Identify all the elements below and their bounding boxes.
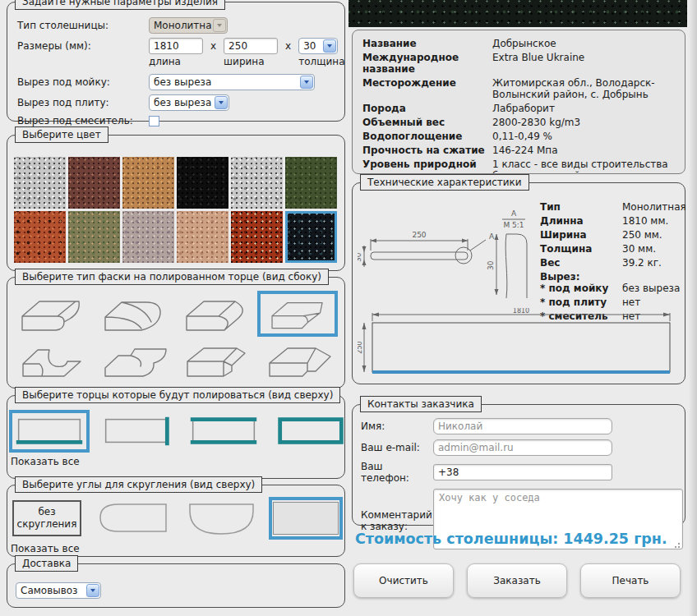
tech-value: без выреза bbox=[622, 283, 686, 294]
tech-label: Длинна bbox=[540, 215, 619, 227]
color-swatch-selected[interactable] bbox=[285, 211, 337, 263]
stone-info-panel: Название Добрынское Международное назван… bbox=[352, 30, 685, 174]
plan-width-dim: 250 bbox=[358, 341, 363, 353]
no-rounding-box: без скругления bbox=[12, 500, 81, 536]
width-caption: ширина bbox=[224, 56, 278, 67]
color-swatch[interactable] bbox=[68, 211, 120, 263]
detail-mark: A bbox=[489, 232, 495, 241]
countertop-configurator-page: Задайте нужные параметры изделия Тип сто… bbox=[0, 0, 697, 616]
mixer-cutout-label: Вырез под смеситель: bbox=[17, 115, 149, 126]
bevel-option-wide-chamfer[interactable] bbox=[257, 337, 338, 383]
tech-value: Монолитная bbox=[622, 201, 686, 213]
tech-label: Ширина bbox=[540, 229, 619, 241]
edges-option-all-sides[interactable] bbox=[270, 410, 351, 453]
color-swatch[interactable] bbox=[285, 157, 337, 209]
chevron-down-icon bbox=[323, 39, 336, 53]
full-bullnose-icon bbox=[179, 292, 252, 335]
tech-label: Вес bbox=[540, 257, 619, 269]
tech-value: нет bbox=[622, 297, 686, 308]
bevel-option-full-bullnose[interactable] bbox=[175, 291, 256, 337]
detail-scale: M 5:1 bbox=[503, 221, 524, 229]
bevel-option-rounded-edge[interactable] bbox=[11, 291, 91, 337]
tech-label: * под плиту bbox=[540, 297, 619, 308]
cove-icon bbox=[15, 338, 87, 381]
color-swatch[interactable] bbox=[122, 157, 174, 209]
stone-info-label: Уровень природной радиации bbox=[362, 159, 487, 174]
corner-option-rounded-bottom[interactable] bbox=[180, 497, 262, 540]
comment-label: Комментарий к заказу: bbox=[361, 509, 430, 532]
rounded-bottom-corners-icon bbox=[183, 499, 259, 537]
countertop-type-select[interactable]: Монолитная bbox=[149, 17, 228, 34]
polish-top-bottom-icon bbox=[187, 414, 261, 448]
times-sign: x bbox=[210, 40, 216, 52]
bevel-option-chamfer-selected[interactable] bbox=[257, 291, 338, 337]
corner-option-rounded-left[interactable] bbox=[91, 497, 173, 540]
price-label: Стоимость столешницы: bbox=[355, 531, 558, 547]
edges-option-bottom-selected[interactable] bbox=[9, 410, 90, 453]
chevron-down-icon bbox=[300, 76, 313, 89]
stone-photo bbox=[348, 0, 687, 27]
corners-fieldset: Выберите углы для скругления (вид сверху… bbox=[7, 485, 345, 557]
length-input[interactable] bbox=[149, 38, 203, 54]
corner-option-straight-selected[interactable] bbox=[269, 497, 343, 540]
stove-cutout-select[interactable]: без выреза bbox=[149, 94, 229, 111]
order-button[interactable]: Заказать bbox=[467, 563, 567, 598]
stone-info-value: 0,11-0,49 % bbox=[492, 131, 675, 142]
chevron-down-icon bbox=[86, 584, 99, 597]
delivery-select[interactable]: Самовывоз bbox=[16, 582, 101, 599]
mixer-cutout-checkbox[interactable] bbox=[149, 116, 159, 126]
width-input[interactable] bbox=[224, 38, 278, 54]
action-buttons: Очистить Заказать Печать bbox=[353, 563, 681, 598]
thickness-select[interactable]: 30 bbox=[298, 38, 338, 54]
email-input[interactable] bbox=[433, 439, 612, 456]
stone-info-value: Лабраборит bbox=[492, 103, 675, 114]
tech-value: 30 мм. bbox=[622, 243, 686, 255]
edges-option-top-bottom[interactable] bbox=[183, 410, 264, 453]
color-swatch[interactable] bbox=[14, 157, 66, 209]
color-swatch[interactable] bbox=[122, 211, 174, 263]
tech-value: 39.2 кг. bbox=[622, 257, 686, 269]
name-input[interactable] bbox=[433, 418, 612, 434]
stone-info-label: Месторождение bbox=[362, 77, 487, 100]
corners-show-all-link[interactable]: Показать все bbox=[11, 543, 343, 554]
tech-label: Толщина bbox=[540, 243, 619, 255]
bevel-option-cove[interactable] bbox=[11, 337, 91, 383]
stone-info-label: Название bbox=[362, 38, 487, 49]
edges-show-all-link[interactable]: Показать все bbox=[11, 456, 343, 467]
size-label: Размеры (мм): bbox=[17, 40, 149, 52]
length-caption: длина bbox=[149, 56, 203, 67]
params-fieldset: Задайте нужные параметры изделия Тип сто… bbox=[7, 2, 345, 122]
times-sign: x bbox=[285, 40, 291, 52]
color-fieldset: Выберите цвет bbox=[7, 135, 345, 271]
print-button[interactable]: Печать bbox=[580, 563, 681, 598]
section-width-dim: 250 bbox=[412, 231, 426, 239]
color-swatch[interactable] bbox=[231, 157, 283, 209]
stove-cutout-label: Вырез под плиту: bbox=[17, 97, 149, 108]
color-swatch[interactable] bbox=[177, 157, 228, 209]
color-swatch[interactable] bbox=[68, 157, 120, 209]
phone-label: Ваш телефон: bbox=[361, 461, 430, 484]
color-swatch[interactable] bbox=[14, 211, 66, 263]
bevel-option-ogee[interactable] bbox=[93, 337, 173, 383]
contacts-fieldset: Контакты заказчика Имя: Ваш e-mail: Ваш … bbox=[352, 404, 685, 526]
type-label: Тип столешницы: bbox=[17, 20, 149, 31]
phone-input[interactable] bbox=[433, 464, 612, 480]
corner-option-none[interactable]: без скругления bbox=[9, 497, 85, 540]
stone-info-label: Прочность на сжатие bbox=[362, 145, 487, 156]
stone-info-value: 2800-2830 kg/m3 bbox=[492, 117, 675, 128]
clear-button[interactable]: Очистить bbox=[353, 563, 454, 598]
rounded-left-corners-icon bbox=[95, 499, 170, 537]
section-thickness-dim: 30 bbox=[358, 252, 362, 262]
edges-option-right[interactable] bbox=[96, 410, 177, 453]
tech-label: Вырез: * под мойку bbox=[540, 271, 619, 294]
resize-grip-icon[interactable] bbox=[678, 546, 680, 548]
color-swatch[interactable] bbox=[177, 211, 228, 263]
sink-cutout-select[interactable]: без выреза bbox=[149, 74, 315, 90]
tech-value: 1810 мм. bbox=[622, 215, 686, 227]
stone-info-value: Житомирская обл., Володарск-Волынский ра… bbox=[492, 77, 675, 100]
bevel-option-double-chamfer[interactable] bbox=[175, 337, 256, 383]
double-chamfer-icon bbox=[179, 338, 252, 381]
bevel-option-quarter-round[interactable] bbox=[93, 291, 173, 337]
tech-fieldset: Технические характеристики 250 30 bbox=[352, 182, 685, 384]
color-swatch[interactable] bbox=[231, 211, 283, 263]
